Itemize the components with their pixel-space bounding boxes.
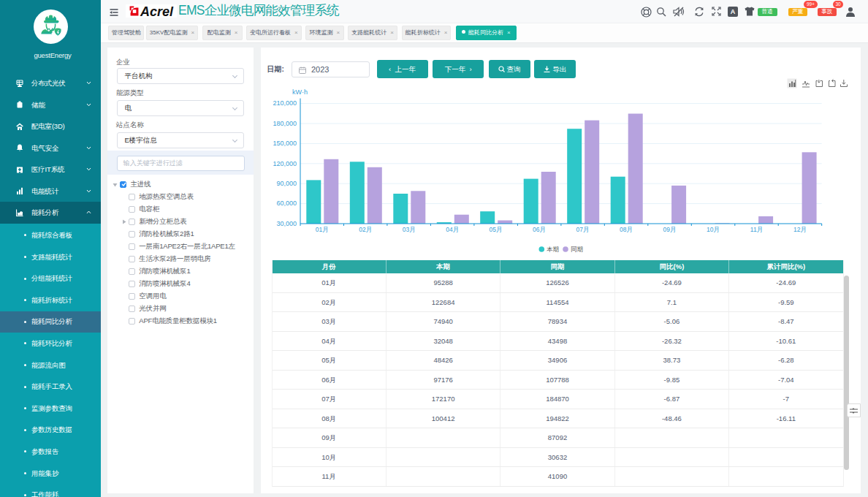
svg-text:06月: 06月 xyxy=(533,226,546,233)
svg-text:10月: 10月 xyxy=(707,226,720,233)
svg-text:12月: 12月 xyxy=(793,226,807,233)
svg-text:kW·h: kW·h xyxy=(292,88,308,96)
svg-text:03月: 03月 xyxy=(403,226,416,233)
svg-text:09月: 09月 xyxy=(663,226,677,233)
svg-text:04月: 04月 xyxy=(446,226,459,233)
svg-text:180,000: 180,000 xyxy=(273,120,297,127)
svg-text:05月: 05月 xyxy=(490,226,503,233)
svg-text:210,000: 210,000 xyxy=(273,99,297,107)
svg-text:07月: 07月 xyxy=(576,226,590,233)
svg-text:08月: 08月 xyxy=(620,226,633,233)
svg-text:01月: 01月 xyxy=(316,226,329,233)
svg-text:02月: 02月 xyxy=(359,226,372,233)
svg-text:30,000: 30,000 xyxy=(276,220,297,227)
svg-text:60,000: 60,000 xyxy=(276,200,297,207)
svg-text:150,000: 150,000 xyxy=(273,140,297,147)
svg-text:90,000: 90,000 xyxy=(276,180,297,187)
svg-text:120,000: 120,000 xyxy=(273,160,297,167)
svg-text:本期: 本期 xyxy=(547,246,559,253)
svg-text:同期: 同期 xyxy=(571,246,583,253)
svg-text:11月: 11月 xyxy=(750,226,763,233)
